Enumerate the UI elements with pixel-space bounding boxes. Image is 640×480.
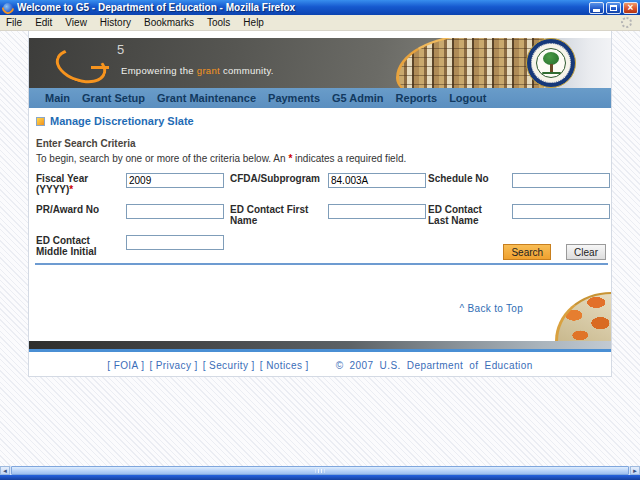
close-button[interactable]: × — [623, 2, 638, 14]
nav-grant-maintenance[interactable]: Grant Maintenance — [157, 92, 256, 104]
menu-history[interactable]: History — [100, 17, 131, 28]
horizontal-scrollbar[interactable]: ◄ ► — [0, 466, 640, 475]
scroll-right-arrow[interactable]: ► — [630, 466, 640, 475]
ed-contact-last-name-label: ED Contact Last Name — [428, 204, 510, 226]
fiscal-year-input[interactable] — [126, 173, 224, 188]
ed-contact-first-name-label: ED Contact First Name — [230, 204, 326, 226]
page-content: 5 Empowering the grant community. Main G… — [28, 31, 612, 377]
browser-viewport: 5 Empowering the grant community. Main G… — [0, 31, 640, 466]
clear-button[interactable]: Clear — [566, 244, 606, 260]
ed-contact-first-name-input[interactable] — [328, 204, 426, 219]
menu-file[interactable]: File — [6, 17, 22, 28]
ed-contact-middle-initial-label: ED Contact Middle Initial — [36, 235, 124, 257]
fiscal-year-label: Fiscal Year (YYYY)* — [36, 173, 124, 195]
nav-grant-setup[interactable]: Grant Setup — [82, 92, 145, 104]
back-to-top-link[interactable]: ^ Back to Top — [460, 303, 523, 314]
cfda-subprogram-label: CFDA/Subprogram — [230, 173, 326, 184]
menu-view[interactable]: View — [65, 17, 87, 28]
scroll-left-arrow[interactable]: ◄ — [0, 466, 10, 475]
browser-menubar: File Edit View History Bookmarks Tools H… — [0, 15, 640, 31]
copyright-text: © 2007 U.S. Department of Education — [336, 360, 533, 371]
nav-payments[interactable]: Payments — [268, 92, 320, 104]
footer-blue-line — [29, 349, 611, 352]
pr-award-no-input[interactable] — [126, 204, 224, 219]
pr-award-no-label: PR/Award No — [36, 204, 124, 215]
banner-tagline: Empowering the grant community. — [121, 65, 274, 76]
footer-link-foia[interactable]: [ FOIA ] — [107, 360, 144, 371]
menu-bookmarks[interactable]: Bookmarks — [144, 17, 194, 28]
page-title-icon — [36, 117, 45, 126]
nav-g5-admin[interactable]: G5 Admin — [332, 92, 384, 104]
minimize-icon — [593, 9, 600, 12]
footer-link-security[interactable]: [ Security ] — [203, 360, 255, 371]
page-title: Manage Discretionary Slate — [36, 115, 194, 127]
footer-link-privacy[interactable]: [ Privacy ] — [149, 360, 197, 371]
ed-contact-middle-initial-input[interactable] — [126, 235, 224, 250]
nav-reports[interactable]: Reports — [396, 92, 438, 104]
education-seal-icon — [526, 38, 576, 88]
window-titlebar: Welcome to G5 - Department of Education … — [0, 0, 640, 15]
nav-main[interactable]: Main — [45, 92, 70, 104]
cfda-subprogram-input[interactable] — [328, 173, 426, 188]
nav-logout[interactable]: Logout — [449, 92, 486, 104]
restore-button[interactable] — [606, 2, 621, 14]
search-button[interactable]: Search — [503, 244, 551, 260]
firefox-icon — [3, 3, 13, 13]
throbber-icon — [621, 17, 632, 28]
classroom-chairs-image — [555, 292, 611, 341]
page-footer: [ FOIA ] [ Privacy ] [ Security ] [ Noti… — [29, 360, 611, 371]
minimize-button[interactable] — [589, 2, 604, 14]
schedule-no-input[interactable] — [512, 173, 610, 188]
instructions-text: To begin, search by one or more of the c… — [36, 153, 406, 164]
footer-bar-image — [29, 341, 611, 349]
window-title: Welcome to G5 - Department of Education … — [17, 2, 589, 13]
menu-tools[interactable]: Tools — [207, 17, 230, 28]
schedule-no-label: Schedule No — [428, 173, 510, 184]
window-bottom-border — [0, 475, 640, 480]
ed-contact-last-name-input[interactable] — [512, 204, 610, 219]
menu-edit[interactable]: Edit — [35, 17, 52, 28]
restore-icon — [610, 5, 617, 11]
footer-link-notices[interactable]: [ Notices ] — [260, 360, 309, 371]
scrollbar-thumb[interactable] — [11, 466, 629, 475]
bookshelf-image — [396, 38, 544, 88]
close-icon: × — [628, 3, 634, 13]
section-heading: Enter Search Criteria — [36, 138, 136, 149]
section-divider — [35, 263, 608, 265]
menu-help[interactable]: Help — [243, 17, 264, 28]
main-navbar: Main Grant Setup Grant Maintenance Payme… — [29, 88, 611, 108]
g5-banner: 5 Empowering the grant community. — [29, 38, 611, 88]
